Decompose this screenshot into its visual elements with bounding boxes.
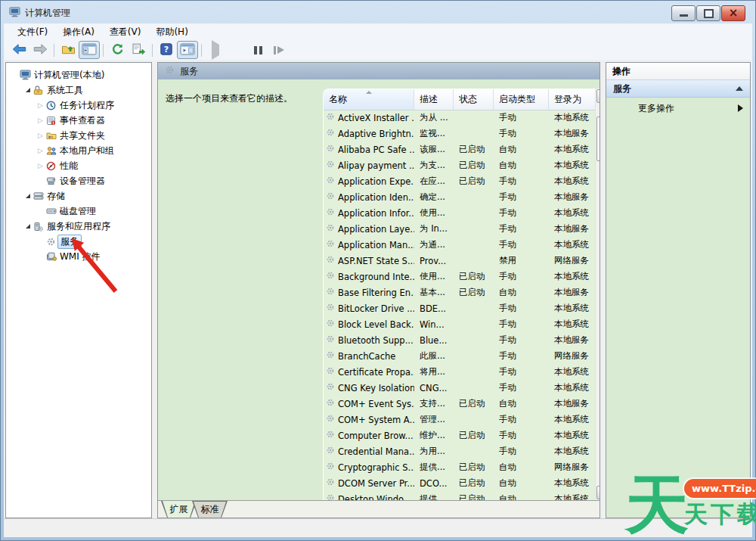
- row-gear-icon: [326, 319, 335, 330]
- restore-button[interactable]: [696, 5, 720, 21]
- collapse-expander-icon[interactable]: [23, 88, 32, 92]
- tree-item--[interactable]: 磁盘管理: [6, 204, 151, 219]
- menu-action[interactable]: 操作(A): [55, 23, 102, 41]
- column-label: 登录为: [554, 93, 581, 106]
- show-console-tree-button[interactable]: [79, 41, 100, 59]
- service-name: Application Laye...: [338, 224, 414, 235]
- service-row[interactable]: Certificate Propa...将用...手动本地系统: [324, 364, 596, 380]
- tree-item-label: 性能: [57, 159, 80, 173]
- more-actions-item[interactable]: 更多操作: [606, 100, 750, 117]
- up-folder-button[interactable]: [57, 41, 79, 59]
- tree-item-label: 本地用户和组: [57, 144, 116, 158]
- close-button[interactable]: ×: [721, 5, 745, 21]
- service-row[interactable]: Alipay payment ...为支...已启动自动本地系统: [324, 157, 596, 173]
- help-button[interactable]: ?: [156, 41, 177, 59]
- service-row[interactable]: Application Infor...使用...手动本地系统: [324, 205, 596, 221]
- tree-item--[interactable]: ▷本地用户和组: [6, 143, 151, 158]
- service-log-on-as: 本地系统: [549, 477, 596, 489]
- pause-service-button[interactable]: [247, 41, 268, 59]
- service-row[interactable]: BranchCache此服...手动网络服务: [324, 348, 596, 364]
- tree-item--[interactable]: 存储: [6, 188, 151, 204]
- service-row[interactable]: Adaptive Brightn...监视...手动本地服务: [324, 126, 596, 141]
- stop-service-button[interactable]: [226, 41, 247, 59]
- service-row[interactable]: Application Man...为通...手动本地系统: [324, 237, 596, 253]
- start-service-button[interactable]: [205, 41, 226, 59]
- restart-service-button[interactable]: [268, 41, 290, 59]
- scroll-up-button[interactable]: [596, 89, 600, 103]
- service-startup-type: 手动: [494, 207, 549, 219]
- column-header-名称[interactable]: 名称: [324, 89, 414, 110]
- service-status: 已启动: [454, 144, 494, 155]
- tree-item--[interactable]: 系统工具: [6, 82, 151, 98]
- service-row[interactable]: Alibaba PC Safe ...该服...已启动自动本地系统: [324, 141, 596, 157]
- refresh-button[interactable]: [107, 41, 128, 59]
- service-log-on-as: 本地服务: [549, 191, 596, 203]
- tab-标准[interactable]: 标准: [192, 501, 228, 518]
- minimize-icon: [680, 14, 688, 17]
- column-header-启动类型[interactable]: 启动类型: [494, 89, 549, 110]
- scroll-up-icon: [600, 95, 600, 98]
- minimize-button[interactable]: [671, 5, 696, 21]
- service-row[interactable]: Background Inte...使用...已启动手动本地系统: [324, 269, 596, 284]
- column-header-状态[interactable]: 状态: [454, 89, 494, 110]
- service-row[interactable]: CNG Key IsolationCNG...手动本地系统: [324, 380, 596, 396]
- menu-help[interactable]: 帮助(H): [148, 23, 195, 41]
- service-row[interactable]: DCOM Server Pr...DCO...已启动自动本地系统: [324, 475, 596, 491]
- service-row[interactable]: Computer Brow...维护...已启动手动本地系统: [324, 428, 596, 443]
- service-row[interactable]: BitLocker Drive ...BDE...手动本地系统: [324, 300, 596, 316]
- service-name: Credential Mana...: [338, 446, 414, 457]
- scroll-down-button[interactable]: [596, 486, 600, 499]
- expand-expander-icon[interactable]: ▷: [36, 117, 45, 124]
- service-row[interactable]: Application Expe...在应...已启动手动本地系统: [324, 173, 596, 189]
- service-log-on-as: 本地系统: [549, 160, 596, 171]
- service-row[interactable]: COM+ System A...管理...手动本地系统: [324, 412, 596, 428]
- menu-view[interactable]: 查看(V): [102, 23, 149, 41]
- up-folder-icon: [61, 43, 76, 57]
- actions-section-services[interactable]: 服务: [606, 80, 750, 98]
- service-row[interactable]: ASP.NET State S...Prov...禁用网络服务: [324, 253, 596, 269]
- service-row[interactable]: Bluetooth Supp...Blue...手动本地服务: [324, 332, 596, 348]
- service-startup-type: 手动: [494, 414, 549, 425]
- service-row[interactable]: Application Iden...确定...手动本地服务: [324, 189, 596, 205]
- tab-扩展[interactable]: 扩展: [161, 501, 197, 518]
- service-status: 已启动: [454, 462, 494, 473]
- column-header-登录为[interactable]: 登录为: [549, 89, 596, 110]
- service-row[interactable]: Credential Mana...为用...手动本地系统: [324, 443, 596, 459]
- service-row[interactable]: Application Laye...为 In...手动本地服务: [324, 221, 596, 237]
- service-row[interactable]: ActiveX Installer ...为从 ...手动本地系统: [324, 110, 596, 126]
- title-bar[interactable]: 计算机管理 ×: [1, 1, 755, 23]
- show-action-pane-button[interactable]: [177, 41, 198, 59]
- back-button[interactable]: [8, 41, 29, 59]
- scrollbar-thumb[interactable]: [596, 117, 600, 161]
- expand-expander-icon[interactable]: ▷: [36, 148, 45, 154]
- expand-expander-icon[interactable]: ▷: [36, 132, 45, 139]
- service-row[interactable]: Cryptographic S...提供...已启动自动网络服务: [324, 459, 596, 475]
- service-row[interactable]: COM+ Event Sys...支持...已启动自动本地服务: [324, 396, 596, 412]
- service-name: ASP.NET State S...: [338, 256, 414, 266]
- menu-file[interactable]: 文件(F): [10, 23, 55, 41]
- tree-item-wmi-[interactable]: WMI 控件: [6, 249, 151, 264]
- collapse-icon[interactable]: [736, 86, 743, 91]
- column-header-描述[interactable]: 描述: [414, 89, 454, 110]
- tree-item--[interactable]: 计算机管理(本地): [6, 67, 151, 82]
- tree-item--[interactable]: ▷任务计划程序: [6, 98, 151, 113]
- tree-item--[interactable]: 服务: [6, 234, 151, 249]
- expand-expander-icon[interactable]: ▷: [36, 102, 45, 109]
- export-list-button[interactable]: [128, 41, 149, 59]
- service-name: COM+ Event Sys...: [338, 399, 414, 409]
- tree-item--[interactable]: ▷共享文件夹: [6, 128, 151, 143]
- service-row[interactable]: Base Filtering En...基本...已启动自动本地服务: [324, 284, 596, 300]
- service-row[interactable]: Block Level Back...Win...手动本地系统: [324, 316, 596, 332]
- tree-item--[interactable]: 设备管理器: [6, 173, 151, 188]
- tree-item--[interactable]: 服务和应用程序: [6, 219, 151, 234]
- forward-button[interactable]: [29, 41, 51, 59]
- collapse-expander-icon[interactable]: [23, 224, 32, 229]
- expand-expander-icon[interactable]: ▷: [36, 163, 45, 169]
- tree-item--[interactable]: ▷性能: [6, 158, 151, 173]
- service-description: DCO...: [414, 478, 454, 489]
- tree-item--[interactable]: ▷事件查看器: [6, 113, 151, 128]
- row-gear-icon: [326, 176, 335, 187]
- actions-panel-title: 操作: [606, 63, 750, 80]
- collapse-expander-icon[interactable]: [23, 194, 32, 198]
- vertical-scrollbar[interactable]: [595, 89, 600, 501]
